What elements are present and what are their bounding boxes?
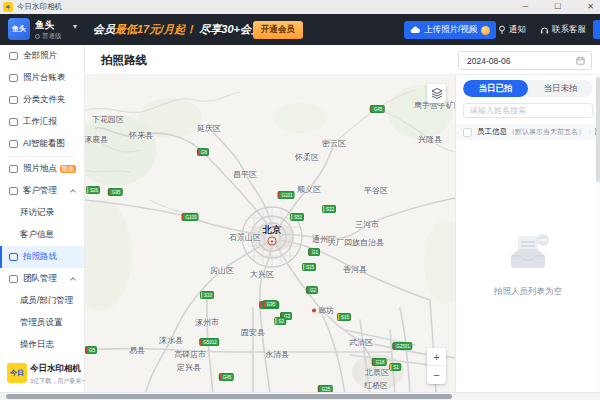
sidebar-item-label: 拍照路线 (23, 251, 57, 263)
sidebar-item-visit-records[interactable]: 拜访记录 (0, 202, 84, 224)
support-link[interactable]: 联系客服 (540, 21, 586, 39)
map-label: 大兴区 (250, 269, 274, 280)
window-title: 今日水印相机 (17, 2, 62, 12)
capital-marker-icon: ★ (268, 237, 277, 246)
road-badge: S1 (390, 364, 401, 371)
sidebar-item-team-mgmt[interactable]: 团队管理 (0, 268, 84, 290)
collapse-caret-icon[interactable] (70, 189, 76, 195)
zoom-in-button[interactable]: + (427, 348, 446, 366)
user-dropdown-caret-icon[interactable]: ▾ (73, 22, 77, 31)
tab-not-taken-today[interactable]: 当日未拍 (528, 80, 593, 97)
map-label: 定兴县 (177, 362, 201, 373)
road-badge: S15 (337, 314, 350, 321)
map-label: 香河县 (343, 264, 367, 275)
sidebar-item-label: 分类文件夹 (23, 94, 66, 106)
sidebar-item-admin-settings[interactable]: 管理员设置 (0, 312, 84, 334)
sidebar-item-label: 拜访记录 (20, 207, 54, 219)
road-badge: G18 (372, 359, 386, 366)
username: 鱼头 (35, 19, 54, 32)
plan-icon (35, 34, 40, 39)
map-label: 石景山区 (229, 232, 261, 243)
report-icon (9, 118, 18, 126)
avatar[interactable]: 鱼头 (8, 18, 30, 40)
collapse-caret-icon[interactable] (70, 277, 76, 283)
sidebar-nav: 全部照片照片台账表分类文件夹工作汇报AI智能看图照片地点限免客户管理拜访记录客户… (0, 45, 84, 356)
map-label: 兴隆县 (418, 134, 442, 145)
map-label: 涿州市 (195, 317, 219, 328)
close-button[interactable]: ✕ (587, 0, 594, 14)
zoom-out-button[interactable]: − (427, 366, 446, 384)
headset-icon (540, 26, 549, 35)
date-picker[interactable]: 2024-08-06 (458, 51, 592, 70)
horizontal-scrollbar[interactable] (0, 392, 600, 400)
location-icon (9, 165, 18, 173)
clipped-blue-button[interactable] (593, 20, 600, 39)
road-badge: G1 (308, 249, 319, 256)
sidebar-item-customer-mgmt[interactable]: 客户管理 (0, 180, 84, 202)
map-layers-button[interactable] (427, 84, 446, 103)
sidebar-item-all-photos[interactable]: 全部照片 (0, 45, 84, 67)
customer-icon (9, 187, 18, 195)
sidebar: 全部照片照片台账表分类文件夹工作汇报AI智能看图照片地点限免客户管理拜访记录客户… (0, 45, 85, 392)
select-all-checkbox[interactable] (463, 128, 472, 137)
topbar: 鱼头 鱼头 普通版 ▾ 会员最低17元/月起！ 尽享30+会员权益 开通会员 上… (0, 14, 600, 45)
upload-button[interactable]: 上传照片/视频 (404, 21, 496, 39)
sidebar-item-photo-route[interactable]: 拍照路线 (0, 246, 84, 268)
map-label: 延庆区 (197, 123, 221, 134)
app-icon: 今 (3, 2, 13, 12)
map-canvas[interactable]: 下花园区涿鹿县怀来县延庆区昌平区密云区怀柔区顺义区平谷区三河市石景山区通州区大厂… (85, 75, 455, 392)
sidebar-item-work-report[interactable]: 工作汇报 (0, 111, 84, 133)
map-label: 昌平区 (233, 169, 257, 180)
map-label: 怀柔区 (295, 152, 319, 163)
brand-logo: 今日 (7, 363, 27, 383)
route-icon (9, 253, 18, 261)
road-badge: G45 (370, 106, 384, 113)
minimize-button[interactable]: ─ (522, 0, 528, 14)
empty-state-text: 拍照人员列表为空 (456, 286, 600, 298)
sidebar-item-operation-log[interactable]: 操作日志 (0, 334, 84, 356)
sidebar-item-photo-location[interactable]: 照片地点限免 (0, 158, 84, 180)
column-divider: | (589, 128, 591, 137)
road-badge: G5012 (200, 339, 219, 346)
titlebar: 今 今日水印相机 ─ ☐ ✕ (0, 0, 600, 14)
notice-link[interactable]: 通知 (498, 21, 526, 39)
road-badge: S3 (275, 318, 286, 325)
horizontal-scrollbar-thumb[interactable] (6, 394, 452, 399)
map-label: 顺义区 (297, 184, 321, 195)
free-badge: 限免 (60, 165, 76, 173)
map-label: 密云区 (322, 138, 346, 149)
upload-cloud-icon (410, 26, 420, 34)
tab-taken-today[interactable]: 当日已拍 (463, 80, 528, 97)
sidebar-item-ai-view[interactable]: AI智能看图 (0, 133, 84, 155)
col-employee-note: （默认展示当天前五名） (508, 127, 585, 137)
photos-icon (9, 52, 18, 60)
search-input[interactable] (464, 106, 592, 115)
road-badge: G2501 (393, 343, 412, 350)
right-panel: 当日已拍 当日未拍 员工信息 （默认展示当天前五名） | 路线 拍照人员列表为空 (455, 75, 600, 392)
sidebar-divider (8, 156, 76, 157)
sidebar-item-member-dept[interactable]: 成员/部门管理 (0, 290, 84, 312)
map-label-capital: 北京 (263, 224, 282, 237)
map-label: 下花园区 (92, 114, 124, 125)
sidebar-item-photo-ledger[interactable]: 照片台账表 (0, 67, 84, 89)
road-badge: S32 (322, 206, 335, 213)
sidebar-item-customer-info[interactable]: 客户信息 (0, 224, 84, 246)
road-badge: G5 (85, 347, 96, 354)
road-badge: G95 (263, 301, 277, 308)
sidebar-item-label: 操作日志 (20, 339, 54, 351)
calendar-icon (576, 56, 585, 65)
panel-scrollbar[interactable] (596, 75, 600, 392)
road-badge: S15 (302, 264, 315, 271)
map-label: 涿鹿县 (85, 134, 108, 145)
map-label-city: 廊坊 (312, 305, 334, 316)
sidebar-footer: 今日 今日水印相机 3亿下载，用户量第一 (0, 363, 85, 386)
map-label: 固安县 (241, 327, 265, 338)
empty-state: 拍照人员列表为空 (456, 232, 600, 298)
content-header: 拍照路线 2024-08-06 (85, 45, 600, 75)
maximize-button[interactable]: ☐ (554, 0, 561, 14)
map-label: 高碑店市 (174, 349, 206, 360)
map-label: 永清县 (265, 349, 289, 360)
sidebar-item-folders[interactable]: 分类文件夹 (0, 89, 84, 111)
upgrade-button[interactable]: 开通会员 (253, 21, 303, 39)
map-label: 武清区 (349, 337, 373, 348)
